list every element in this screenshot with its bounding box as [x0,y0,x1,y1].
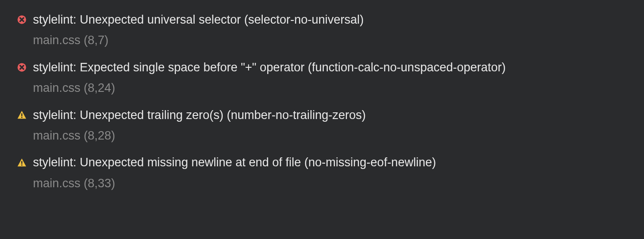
problems-list: stylelint: Unexpected universal selector… [17,12,627,190]
problem-item[interactable]: stylelint: Unexpected universal selector… [17,12,627,48]
problem-location: main.css (8,7) [33,33,627,47]
problem-location: main.css (8,28) [33,128,627,143]
warning-icon [17,158,27,168]
problem-message: stylelint: Expected single space before … [33,60,506,74]
svg-rect-5 [21,164,22,165]
problem-row: stylelint: Expected single space before … [17,60,627,74]
problem-message: stylelint: Unexpected trailing zero(s) (… [33,108,366,122]
svg-rect-2 [21,113,22,116]
error-icon [17,62,27,72]
problem-location: main.css (8,33) [33,176,627,190]
problem-row: stylelint: Unexpected universal selector… [17,12,627,27]
problem-item[interactable]: stylelint: Unexpected trailing zero(s) (… [17,108,627,143]
problem-message: stylelint: Unexpected universal selector… [33,12,364,27]
problem-row: stylelint: Unexpected missing newline at… [17,155,627,169]
svg-rect-4 [21,161,22,164]
warning-icon [17,110,27,120]
problem-location: main.css (8,24) [33,81,627,95]
problem-row: stylelint: Unexpected trailing zero(s) (… [17,108,627,122]
problem-item[interactable]: stylelint: Unexpected missing newline at… [17,155,627,190]
problem-message: stylelint: Unexpected missing newline at… [33,155,436,169]
svg-rect-3 [21,117,22,118]
error-icon [17,15,27,25]
problem-item[interactable]: stylelint: Expected single space before … [17,60,627,95]
